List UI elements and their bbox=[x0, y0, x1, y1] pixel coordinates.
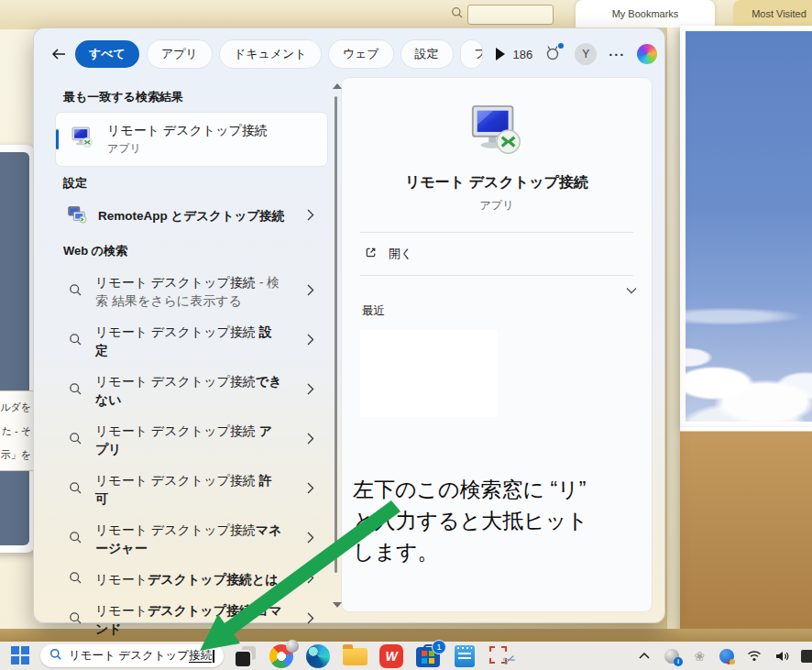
web-suggestion-4[interactable]: リモート デスクトップ接続 許可 bbox=[56, 465, 327, 514]
chevron-right-icon[interactable] bbox=[307, 333, 314, 349]
chrome-icon[interactable] bbox=[269, 644, 293, 668]
open-label: 開く bbox=[389, 246, 412, 262]
chevron-right-icon[interactable] bbox=[307, 611, 314, 628]
background-window-text: ルダを た - そ 示」を bbox=[0, 390, 35, 471]
tray-chevron-up-icon[interactable] bbox=[636, 648, 653, 665]
best-match-title: リモート デスクトップ接続 bbox=[107, 123, 268, 139]
tab-all[interactable]: すべて bbox=[75, 40, 139, 68]
search-icon bbox=[69, 283, 82, 301]
scroll-down-icon[interactable] bbox=[333, 602, 342, 608]
snipping-tool-icon[interactable]: ✂ bbox=[489, 644, 513, 668]
taskbar: リモート デスクトップ接続 W 1 ✂ i ❀ bbox=[0, 642, 812, 670]
search-icon bbox=[49, 648, 62, 665]
more-options-icon[interactable]: ··· bbox=[609, 47, 625, 62]
chevron-right-icon[interactable] bbox=[307, 531, 314, 547]
search-icon bbox=[69, 432, 82, 449]
search-icon bbox=[69, 611, 82, 629]
volume-icon[interactable] bbox=[774, 648, 790, 665]
results-column: 最も一致する検索結果 リモート デスクトップ接続 アプリ bbox=[49, 80, 329, 613]
start-button[interactable] bbox=[11, 646, 30, 665]
search-icon bbox=[69, 571, 82, 588]
tray-info-icon[interactable]: i bbox=[664, 648, 680, 665]
system-tray: i ❀ bbox=[636, 648, 812, 665]
remote-desktop-icon bbox=[71, 126, 94, 153]
wps-office-icon[interactable]: W bbox=[379, 644, 403, 668]
remoteapp-icon bbox=[67, 204, 87, 228]
tab-folders[interactable]: フォルダー bbox=[461, 40, 482, 68]
detail-title: リモート デスクトップ接続 bbox=[342, 173, 652, 192]
back-button[interactable] bbox=[50, 43, 67, 65]
copilot-icon[interactable] bbox=[637, 44, 657, 64]
desk-photo bbox=[680, 427, 812, 639]
chevron-right-icon[interactable] bbox=[307, 432, 314, 448]
section-web-search: Web の検索 bbox=[63, 243, 329, 259]
web-suggestion-3[interactable]: リモート デスクトップ接続 アプリ bbox=[56, 415, 327, 465]
web-suggestion-0[interactable]: リモート デスクトップ接続 - 検索 結果をさらに表示する bbox=[56, 267, 327, 316]
notification-badge: 1 bbox=[432, 640, 446, 654]
web-suggestion-6[interactable]: リモートデスクトップ接続とは bbox=[56, 564, 327, 595]
chevron-down-icon[interactable] bbox=[626, 281, 637, 298]
rewards-icon[interactable] bbox=[544, 45, 563, 63]
background-window-fragment: ルダを た - そ 示」を bbox=[0, 145, 37, 553]
search-icon bbox=[69, 382, 82, 400]
chevron-right-icon[interactable] bbox=[307, 481, 314, 498]
search-icon bbox=[69, 531, 82, 548]
settings-result-label: RemoteApp とデスクトップ接続 bbox=[98, 208, 307, 225]
microsoft-store-icon[interactable]: 1 bbox=[416, 647, 440, 667]
text-caret bbox=[213, 650, 214, 663]
ime-composition: 接続 bbox=[189, 649, 212, 663]
overlay-sphere-icon bbox=[286, 640, 299, 653]
browser-tab-most-visited[interactable]: Most Visited bbox=[733, 0, 812, 27]
tray-ghost-icon[interactable]: ❀ bbox=[691, 648, 708, 665]
annotation-text: 左下のこの検索窓に “リ” と入力すると大抵ヒット します。 bbox=[353, 474, 628, 567]
best-match-item[interactable]: リモート デスクトップ接続 アプリ bbox=[56, 113, 327, 166]
browser-search-icon bbox=[451, 6, 464, 23]
chevron-right-icon[interactable] bbox=[307, 571, 314, 588]
results-scrollbar[interactable] bbox=[331, 83, 342, 608]
filter-tabs-row: すべて アプリ ドキュメント ウェブ 設定 フォルダー 186 Y ··· bbox=[50, 38, 653, 70]
tab-apps[interactable]: アプリ bbox=[148, 40, 212, 68]
search-icon bbox=[69, 481, 82, 499]
notepad-icon[interactable] bbox=[455, 645, 475, 667]
browser-search-box[interactable] bbox=[467, 5, 554, 25]
battery-icon[interactable] bbox=[801, 650, 812, 663]
scroll-up-icon[interactable] bbox=[333, 83, 342, 89]
edge-icon[interactable] bbox=[306, 644, 330, 668]
section-settings: 設定 bbox=[63, 175, 329, 192]
search-icon bbox=[69, 333, 82, 350]
tray-app-icon[interactable] bbox=[719, 648, 735, 665]
settings-result-remoteapp[interactable]: RemoteApp とデスクトップ接続 bbox=[56, 199, 327, 234]
tab-documents[interactable]: ドキュメント bbox=[220, 40, 321, 68]
remote-desktop-icon-large bbox=[342, 102, 652, 159]
scrollbar-thumb[interactable] bbox=[335, 96, 337, 573]
account-avatar[interactable]: Y bbox=[575, 43, 597, 65]
desktop: My Bookmarks Most Visited ルダを た - そ 示」を … bbox=[0, 0, 812, 670]
taskbar-search-input[interactable]: リモート デスクトップ接続 bbox=[40, 644, 224, 667]
chevron-right-icon[interactable] bbox=[307, 382, 314, 399]
divider bbox=[360, 275, 633, 276]
file-explorer-icon[interactable] bbox=[343, 644, 367, 668]
open-external-icon bbox=[364, 246, 378, 262]
wifi-icon[interactable] bbox=[746, 648, 763, 665]
rewards-points: 186 bbox=[513, 48, 533, 61]
browser-tab-my-bookmarks[interactable]: My Bookmarks bbox=[576, 0, 715, 27]
section-best-match: 最も一致する検索結果 bbox=[63, 89, 329, 105]
open-action[interactable]: 開く bbox=[342, 233, 652, 275]
chevron-right-icon[interactable] bbox=[307, 283, 314, 300]
web-suggestion-5[interactable]: リモート デスクトップ接続マネージャー bbox=[56, 514, 327, 564]
web-suggestion-1[interactable]: リモート デスクトップ接続 設定 bbox=[56, 316, 327, 366]
tab-web[interactable]: ウェブ bbox=[329, 40, 393, 68]
more-filters-icon[interactable] bbox=[496, 48, 505, 60]
sky-photo bbox=[680, 26, 812, 427]
tab-settings[interactable]: 設定 bbox=[401, 40, 453, 68]
recent-item-placeholder bbox=[360, 330, 498, 417]
detail-subtitle: アプリ bbox=[342, 198, 652, 214]
web-suggestion-2[interactable]: リモート デスクトップ接続できない bbox=[56, 366, 327, 415]
web-suggestion-7[interactable]: リモートデスクトップ接続 コマンド bbox=[56, 595, 327, 644]
task-view-button[interactable] bbox=[235, 645, 257, 667]
recent-label: 最近 bbox=[362, 303, 652, 319]
selection-accent-bar bbox=[56, 129, 59, 149]
chevron-right-icon[interactable] bbox=[307, 208, 314, 225]
best-match-subtitle: アプリ bbox=[107, 141, 268, 157]
